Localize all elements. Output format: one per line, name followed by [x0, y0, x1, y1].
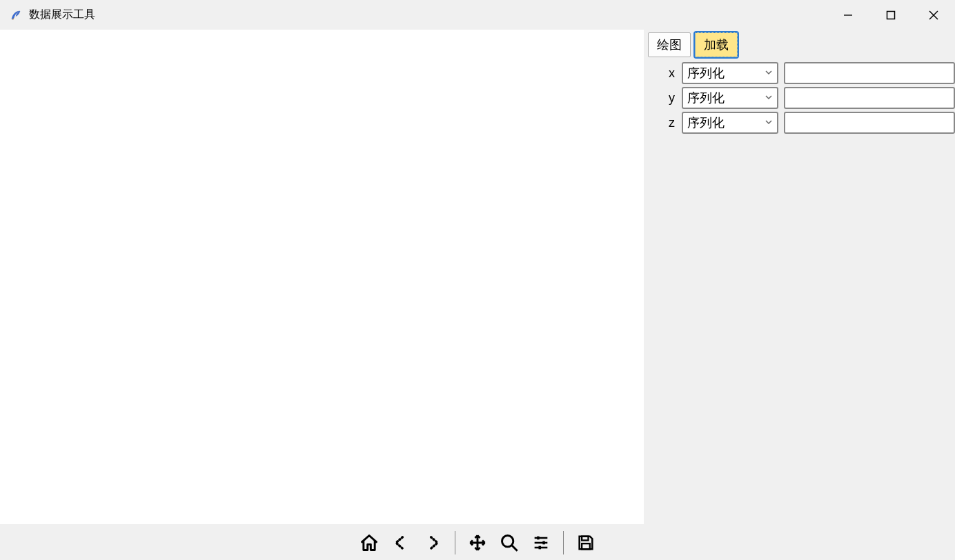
side-panel: 绘图 加载 x 序列化 y 序列化 [644, 30, 955, 526]
combo-x-value: 序列化 [687, 65, 725, 81]
zoom-icon[interactable] [500, 533, 519, 552]
svg-rect-1 [887, 11, 895, 19]
chevron-down-icon [765, 68, 773, 79]
load-button[interactable]: 加载 [695, 32, 738, 57]
forward-icon[interactable] [423, 533, 442, 552]
chevron-down-icon [765, 117, 773, 128]
combo-x[interactable]: 序列化 [682, 62, 778, 84]
save-icon[interactable] [576, 533, 595, 552]
row-x: x 序列化 [648, 61, 955, 85]
label-x: x [648, 66, 682, 81]
svg-rect-10 [542, 541, 545, 545]
label-y: y [648, 91, 682, 106]
plot-button[interactable]: 绘图 [648, 32, 691, 57]
plot-canvas[interactable] [0, 30, 644, 524]
pan-icon[interactable] [468, 533, 487, 552]
app-feather-icon [10, 8, 22, 22]
maximize-button[interactable] [869, 0, 912, 30]
row-z: z 序列化 [648, 111, 955, 134]
row-y: y 序列化 [648, 86, 955, 110]
combo-y-value: 序列化 [687, 90, 725, 106]
side-buttons: 绘图 加载 [648, 32, 955, 57]
svg-line-5 [512, 546, 518, 551]
svg-rect-9 [537, 537, 540, 540]
combo-y[interactable]: 序列化 [682, 87, 778, 109]
svg-rect-12 [582, 537, 588, 541]
svg-rect-11 [539, 546, 542, 550]
label-z: z [648, 116, 682, 130]
entry-y[interactable] [784, 87, 955, 109]
combo-z[interactable]: 序列化 [682, 112, 778, 134]
window-controls [827, 0, 955, 30]
close-button[interactable] [912, 0, 955, 30]
minimize-button[interactable] [827, 0, 869, 30]
chevron-down-icon [765, 92, 773, 103]
configure-icon[interactable] [531, 533, 551, 552]
separator [563, 531, 564, 554]
separator [455, 531, 455, 554]
entry-x[interactable] [784, 62, 955, 84]
entry-z[interactable] [784, 112, 955, 134]
main-area: 绘图 加载 x 序列化 y 序列化 [0, 30, 955, 526]
back-icon[interactable] [391, 533, 411, 552]
home-icon[interactable] [360, 533, 379, 552]
svg-point-4 [502, 536, 513, 547]
plot-toolbar [0, 526, 955, 560]
titlebar: 数据展示工具 [0, 0, 955, 30]
window-title: 数据展示工具 [29, 8, 95, 22]
titlebar-left: 数据展示工具 [0, 8, 95, 22]
axis-rows: x 序列化 y 序列化 [648, 61, 955, 134]
combo-z-value: 序列化 [687, 114, 725, 131]
